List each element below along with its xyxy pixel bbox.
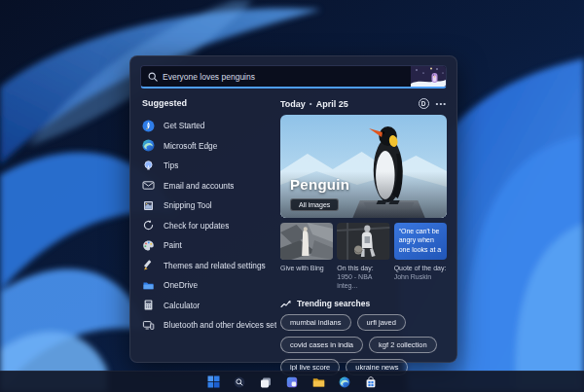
- email-icon: [142, 179, 155, 192]
- date-separator: •: [310, 99, 312, 108]
- give-with-bing-photo: [280, 223, 333, 260]
- onedrive-icon: [142, 279, 155, 292]
- sidebar-item-label: Tips: [164, 160, 178, 170]
- sidebar-item-microsoft-edge[interactable]: Microsoft Edge: [140, 136, 276, 157]
- sidebar-item-calculator[interactable]: Calculator: [140, 296, 276, 316]
- hero-penguin-card[interactable]: Penguin All images: [280, 115, 447, 218]
- today-date: Today • April 25: [280, 99, 348, 109]
- daily-cards-row: Give with Bing: [280, 223, 447, 290]
- suggested-title: Suggested: [142, 98, 276, 108]
- hero-title: Penguin: [290, 176, 349, 193]
- quote-text: “One can't be angry when one looks at a …: [394, 223, 447, 260]
- today-header: Today • April 25 D •••: [280, 98, 447, 109]
- suggested-section: Suggested Get Started Microsoft Edge Tip…: [140, 93, 276, 375]
- card-caption: On this day:: [337, 264, 389, 272]
- file-explorer-button[interactable]: [310, 374, 326, 390]
- microsoft-store-icon: [365, 376, 377, 388]
- taskbar-search-button[interactable]: [232, 374, 247, 390]
- card-on-this-day[interactable]: On this day: 1950 - NBA integ...: [337, 223, 389, 290]
- trending-chip[interactable]: covid cases in india: [280, 337, 363, 353]
- get-started-icon: [142, 120, 155, 132]
- sidebar-item-tips[interactable]: Tips: [140, 156, 276, 176]
- date-label: April 25: [316, 99, 348, 109]
- penguin-night-illustration: [411, 66, 446, 88]
- sidebar-item-label: Bluetooth and other devices sett...: [164, 320, 276, 330]
- sidebar-item-label: Email and accounts: [164, 181, 234, 191]
- trending-chip[interactable]: mumbai indians: [280, 314, 351, 331]
- themes-pencil-icon: [142, 259, 155, 271]
- profile-badge[interactable]: D: [419, 98, 429, 109]
- edge-button[interactable]: [337, 374, 352, 390]
- file-explorer-icon: [312, 376, 325, 388]
- today-section: Today • April 25 D •••: [280, 93, 447, 375]
- sidebar-item-label: Get Started: [164, 121, 204, 130]
- search-input[interactable]: [163, 72, 411, 82]
- snipping-tool-icon: [142, 199, 155, 212]
- sidebar-item-label: Calculator: [164, 301, 200, 310]
- edge-icon: [142, 139, 155, 152]
- sidebar-item-snipping-tool[interactable]: Snipping Tool: [140, 196, 276, 216]
- trending-chips: mumbai indians urfi javed covid cases in…: [280, 314, 447, 375]
- more-options-icon[interactable]: •••: [436, 100, 447, 108]
- widgets-button[interactable]: [284, 374, 300, 390]
- sidebar-item-get-started[interactable]: Get Started: [140, 116, 276, 136]
- windows-logo-icon: [207, 375, 220, 388]
- card-caption: Give with Bing: [280, 264, 333, 272]
- task-view-button[interactable]: [258, 374, 274, 390]
- task-view-icon: [260, 376, 272, 388]
- trending-chip[interactable]: kgf 2 collection: [369, 337, 437, 353]
- trending-title: Trending searches: [297, 299, 370, 308]
- card-caption: Quote of the day:: [394, 264, 447, 272]
- all-images-button[interactable]: All images: [290, 198, 339, 211]
- search-icon: [234, 376, 245, 388]
- card-give-with-bing[interactable]: Give with Bing: [280, 223, 333, 290]
- tips-icon: [142, 160, 155, 172]
- sidebar-item-label: Microsoft Edge: [164, 141, 217, 151]
- card-subcaption: John Ruskin: [394, 272, 447, 281]
- sidebar-item-label: Check for updates: [164, 221, 229, 231]
- search-bar[interactable]: [140, 65, 447, 89]
- panel-body: Suggested Get Started Microsoft Edge Tip…: [130, 93, 456, 375]
- paint-palette-icon: [142, 239, 155, 252]
- trending-chip[interactable]: urfi javed: [357, 314, 406, 331]
- sidebar-item-check-updates[interactable]: Check for updates: [140, 216, 276, 236]
- calculator-icon: [142, 299, 155, 311]
- sidebar-item-email-accounts[interactable]: Email and accounts: [140, 176, 276, 196]
- widgets-icon: [286, 376, 298, 388]
- sidebar-item-label: OneDrive: [164, 280, 198, 290]
- sidebar-item-bluetooth-devices[interactable]: Bluetooth and other devices sett...: [140, 315, 276, 336]
- start-button[interactable]: [205, 374, 221, 390]
- windows-search-panel: Suggested Get Started Microsoft Edge Tip…: [129, 55, 457, 363]
- search-icon: [148, 72, 158, 82]
- sidebar-item-paint[interactable]: Paint: [140, 235, 276, 256]
- updates-refresh-icon: [142, 219, 155, 232]
- edge-icon: [339, 376, 350, 388]
- on-this-day-photo: [337, 223, 389, 260]
- taskbar: [0, 371, 584, 392]
- bluetooth-devices-icon: [142, 319, 155, 332]
- sidebar-item-label: Paint: [164, 240, 182, 250]
- trending-up-icon: [280, 300, 291, 308]
- sidebar-item-themes-settings[interactable]: Themes and related settings: [140, 256, 276, 276]
- sidebar-item-onedrive[interactable]: OneDrive: [140, 275, 276, 296]
- card-subcaption: 1950 - NBA integ...: [337, 272, 389, 290]
- today-label: Today: [280, 99, 306, 109]
- sidebar-item-label: Themes and related settings: [164, 261, 266, 270]
- store-button[interactable]: [363, 374, 379, 390]
- trending-header: Trending searches: [280, 299, 447, 308]
- card-quote-of-the-day[interactable]: “One can't be angry when one looks at a …: [394, 223, 447, 290]
- sidebar-item-label: Snipping Tool: [164, 200, 212, 210]
